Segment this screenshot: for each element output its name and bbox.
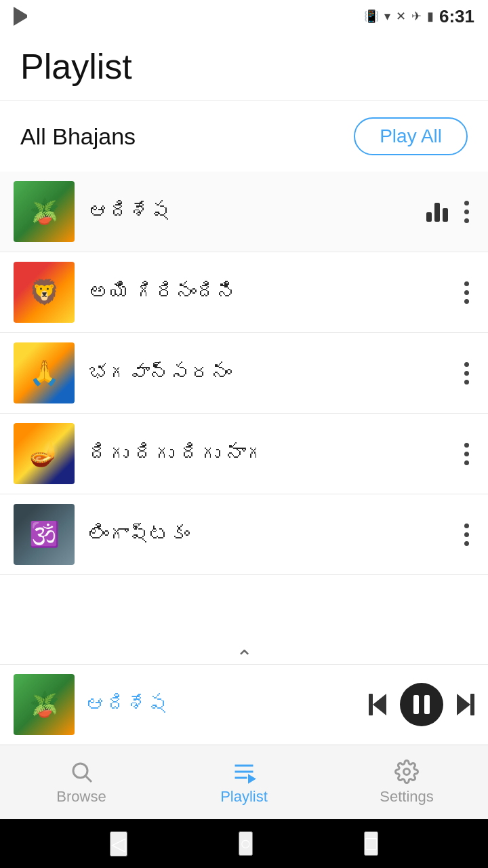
now-playing-controls	[369, 683, 474, 726]
chevron-up-icon[interactable]: ⌃	[236, 646, 253, 669]
page-title: Playlist	[20, 46, 468, 87]
now-playing-title: ఆదిశేష	[85, 693, 358, 716]
playlist-icon	[232, 760, 256, 784]
song-item-3[interactable]: 🙏 భగవాన్సరనం	[0, 333, 488, 414]
more-menu-5[interactable]	[459, 521, 474, 549]
nav-browse-label: Browse	[56, 788, 106, 806]
song-name-1: ఆదిశేష	[75, 200, 426, 223]
song-thumb-5: 🕉️	[14, 504, 75, 565]
status-left	[14, 7, 33, 26]
vibrate-icon: 📳	[364, 9, 379, 24]
status-time: 6:31	[439, 6, 474, 27]
song-controls-3	[459, 359, 474, 387]
pause-button[interactable]	[400, 683, 443, 726]
section-header: All Bhajans Play All	[0, 101, 488, 172]
section-title: All Bhajans	[20, 123, 136, 150]
now-playing-bar: ⌃ 🪴 ఆదిశేష	[0, 664, 488, 745]
nav-playlist-label: Playlist	[220, 788, 268, 806]
home-button[interactable]: ○	[239, 831, 253, 856]
more-menu-3[interactable]	[459, 359, 474, 387]
song-name-3: భగవాన్సరనం	[75, 361, 459, 384]
song-name-5: లింగాష్టకం	[75, 523, 459, 546]
song-list: 🪴 ఆదిశేష 🦁 అయి గిరినందిని	[0, 172, 488, 664]
song-controls-2	[459, 279, 474, 307]
skip-prev-icon	[369, 694, 386, 715]
song-name-4: దిగు దిగు దిగు నాగ	[75, 442, 459, 465]
song-name-2: అయి గిరినందిని	[75, 281, 459, 304]
header: Playlist	[0, 33, 488, 101]
nav-playlist[interactable]: Playlist	[163, 745, 325, 819]
song-item-2[interactable]: 🦁 అయి గిరినందిని	[0, 252, 488, 333]
skip-next-icon	[457, 694, 474, 715]
status-right: 📳 ▾ ✕ ✈ ▮ 6:31	[364, 6, 474, 27]
song-controls-1	[426, 198, 474, 226]
svg-line-1	[86, 776, 92, 781]
play-status-icon	[14, 7, 33, 26]
song-thumb-2: 🦁	[14, 262, 75, 323]
sim-icon: ✕	[396, 9, 406, 24]
settings-icon	[394, 760, 419, 784]
song-item-1[interactable]: 🪴 ఆదిశేష	[0, 172, 488, 252]
battery-icon: ▮	[427, 9, 434, 24]
equalizer-icon-1	[426, 201, 448, 222]
skip-prev-button[interactable]	[369, 694, 386, 715]
recent-button[interactable]: □	[364, 831, 378, 856]
song-thumb-4: 🪔	[14, 423, 75, 484]
wifi-icon: ▾	[384, 9, 390, 24]
bottom-nav: Browse Playlist Settings	[0, 745, 488, 819]
back-button[interactable]: ◁	[110, 831, 127, 856]
now-playing-thumb: 🪴	[14, 674, 75, 735]
nav-settings[interactable]: Settings	[325, 745, 488, 819]
status-bar: 📳 ▾ ✕ ✈ ▮ 6:31	[0, 0, 488, 33]
svg-marker-5	[249, 776, 255, 782]
nav-browse[interactable]: Browse	[0, 745, 163, 819]
song-thumb-1: 🪴	[14, 181, 75, 242]
svg-point-6	[404, 768, 410, 774]
more-menu-1[interactable]	[459, 198, 474, 226]
more-menu-4[interactable]	[459, 440, 474, 468]
svg-point-0	[73, 764, 87, 778]
nav-settings-label: Settings	[380, 788, 434, 806]
more-menu-2[interactable]	[459, 279, 474, 307]
pause-circle-icon	[400, 683, 443, 726]
play-all-button[interactable]: Play All	[354, 117, 468, 155]
android-nav-bar: ◁ ○ □	[0, 819, 488, 868]
song-item-4[interactable]: 🪔 దిగు దిగు దిగు నాగ	[0, 414, 488, 494]
song-controls-4	[459, 440, 474, 468]
song-item-5[interactable]: 🕉️ లింగాష్టకం	[0, 494, 488, 575]
airplane-icon: ✈	[411, 9, 422, 24]
song-controls-5	[459, 521, 474, 549]
song-thumb-3: 🙏	[14, 342, 75, 403]
browse-icon	[69, 760, 94, 784]
skip-next-button[interactable]	[457, 694, 474, 715]
